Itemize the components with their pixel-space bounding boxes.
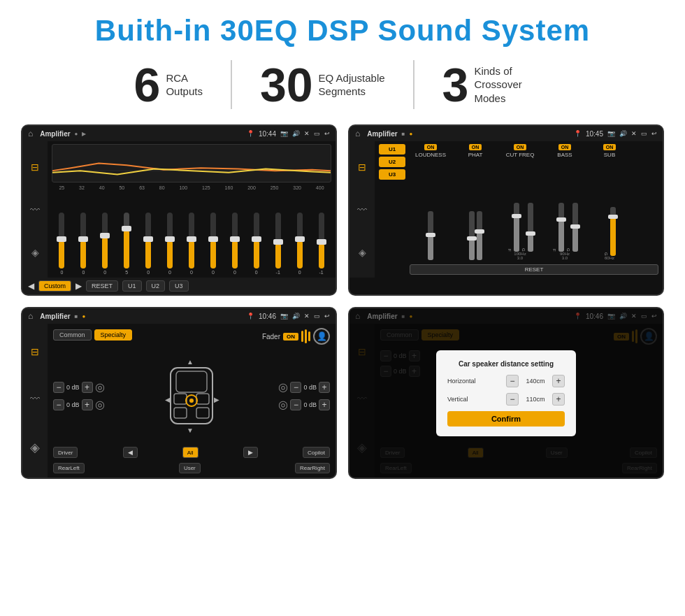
horizontal-minus[interactable]: − [506,375,519,387]
tab-specialty[interactable]: Specialty [94,329,133,341]
cross-reset-btn[interactable]: RESET [410,264,658,275]
eq-x-icon: ✕ [304,130,310,137]
fader-screen: ⌂ Amplifier ■ ● 📍 10:46 📷 🔊 ✕ ▭ ↩ ⊟ 〰 ◈ [21,307,337,479]
stat-eq: 30 EQ AdjustableSegments [232,61,413,108]
horizontal-plus[interactable]: + [552,375,565,387]
fr-db: 0 dB [303,384,317,391]
confirm-button[interactable]: Confirm [447,411,565,427]
eq-reset-btn[interactable]: RESET [86,280,118,292]
eq-u3-btn[interactable]: U3 [169,280,189,292]
cross-speaker-icon[interactable]: ◈ [359,247,366,258]
rearleft-btn[interactable]: RearLeft [53,463,85,473]
eq-slider-4: 5 [124,213,129,275]
cross-presets: U1 U2 U3 [379,144,405,275]
eq-slider-2: 0 [80,213,86,275]
fl-plus[interactable]: + [82,382,93,393]
rearright-btn[interactable]: RearRight [295,463,330,473]
loudness-label: LOUDNESS [415,152,446,158]
rl-plus[interactable]: + [82,399,93,410]
rl-minus[interactable]: − [53,399,64,410]
copilot-left-btn[interactable]: ◀ [123,447,138,458]
eq-vol-icon: 🔊 [292,130,300,137]
vertical-label: Vertical [447,396,468,403]
cross-rect-icon: ▭ [641,130,647,137]
rr-plus[interactable]: + [319,399,330,410]
eq-play-icon: ▶ [82,131,86,137]
eq-slider-1: 0 [59,213,64,275]
rl-db: 0 dB [66,401,80,408]
fader-main: Common Specialty Fader ON [48,324,336,478]
cutfreq-on[interactable]: ON [514,144,527,150]
svg-rect-3 [174,394,187,404]
eq-screen: ⌂ Amplifier ● ▶ 📍 10:44 📷 🔊 ✕ ▭ ↩ ⊟ 〰 ◈ [21,124,337,296]
stat-rca: 6 RCAOutputs [106,61,231,108]
fader-cam-icon: 📷 [280,313,288,320]
eq-next-btn[interactable]: ▶ [75,281,82,291]
fader-filter-icon[interactable]: ⊟ [31,346,39,357]
fr-plus[interactable]: + [319,382,330,393]
cross-wave-icon[interactable]: 〰 [357,204,367,215]
cross-filter-icon[interactable]: ⊟ [358,162,366,173]
preset-u1[interactable]: U1 [379,144,405,155]
eq-slider-6: 0 [167,213,173,275]
all-btn[interactable]: All [182,447,199,458]
fader-tabs: Common Specialty [53,329,132,341]
rr-minus[interactable]: − [290,399,301,410]
eq-custom-btn[interactable]: Custom [38,280,71,292]
svg-text:▲: ▲ [187,358,194,366]
fl-db: 0 dB [66,384,80,391]
tab-common[interactable]: Common [53,329,92,341]
channel-bass: ON BASS F G [544,144,586,260]
front-right-control: ◎ − 0 dB + [224,380,330,394]
fader-vol-icon: 🔊 [292,313,300,320]
fader-sidebar: ⊟ 〰 ◈ [22,324,48,478]
sub-on[interactable]: ON [603,144,616,150]
fader-wave-icon[interactable]: 〰 [30,393,40,404]
copilot-right-btn[interactable]: ▶ [243,447,258,458]
loudness-on[interactable]: ON [424,144,438,150]
fader-speaker-icon[interactable]: ◈ [30,440,40,455]
eq-cam-icon: 📷 [280,130,288,137]
eq-speaker-icon[interactable]: ◈ [31,247,39,258]
front-left-control: − 0 dB + ◎ [53,380,159,394]
user-btn[interactable]: User [179,463,201,473]
phat-on[interactable]: ON [469,144,482,150]
eq-slider-8: 0 [210,213,216,275]
fr-minus[interactable]: − [290,382,301,393]
driver-btn[interactable]: Driver [53,447,78,458]
cross-vol-icon: 🔊 [619,130,627,137]
home-icon[interactable]: ⌂ [28,129,33,138]
eq-status-dot1: ● [75,131,78,137]
eq-prev-btn[interactable]: ◀ [28,281,34,291]
cross-home-icon[interactable]: ⌂ [355,129,360,138]
svg-rect-2 [176,371,207,392]
vertical-plus[interactable]: + [552,393,565,406]
bass-on[interactable]: ON [558,144,572,150]
fader-dot2: ● [82,313,85,320]
eq-freq-labels: 253240506380100125160200250320400 [52,185,331,190]
eq-slider-13: -1 [319,213,324,275]
eq-u2-btn[interactable]: U2 [146,280,166,292]
preset-u3[interactable]: U3 [379,169,405,180]
eq-app-name: Amplifier [40,130,70,138]
vertical-minus[interactable]: − [506,393,519,406]
svg-rect-4 [196,394,209,404]
eq-u1-btn[interactable]: U1 [122,280,142,292]
eq-bottom-bar: ◀ Custom ▶ RESET U1 U2 U3 [22,278,336,294]
fl-minus[interactable]: − [53,382,64,393]
cross-dot1: ■ [402,131,405,137]
fader-home-icon[interactable]: ⌂ [28,311,33,321]
fader-dot1: ■ [75,313,78,320]
stat-number-eq: 30 [260,61,313,108]
fader-on-toggle[interactable]: ON [283,333,298,341]
copilot-btn[interactable]: Copilot [303,447,330,458]
svg-text:◀: ◀ [165,396,171,403]
sub-label: SUB [604,152,615,158]
eq-slider-12: 0 [297,213,303,275]
preset-u2[interactable]: U2 [379,157,405,167]
eq-filter-icon[interactable]: ⊟ [31,162,39,173]
eq-wave-icon[interactable]: 〰 [30,204,40,215]
horizontal-row: Horizontal − 140cm + [447,375,565,387]
vertical-value: 110cm [521,396,549,403]
profile-icon[interactable]: 👤 [313,328,330,345]
